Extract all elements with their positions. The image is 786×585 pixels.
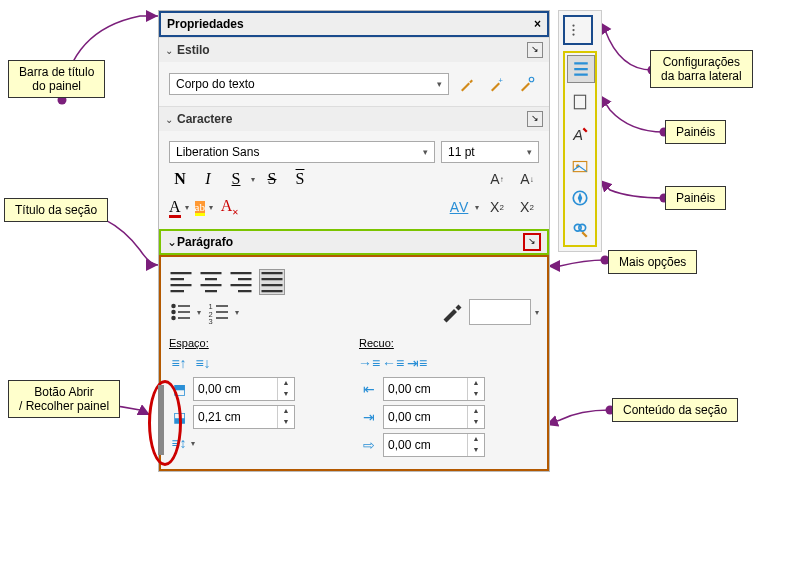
spin-down[interactable]: ▼	[278, 389, 294, 400]
overline-button[interactable]: S	[289, 170, 311, 188]
indent-col: Recuo: →≡ ←≡ ⇥≡ ⇤ ▲▼ ⇥	[359, 337, 539, 461]
callout-sidebar-cfg: Configurações da barra lateral	[650, 50, 753, 88]
more-options-style[interactable]: ↘	[527, 42, 543, 58]
collapse-handle[interactable]	[158, 385, 164, 455]
space-above-input[interactable]	[194, 378, 277, 400]
close-icon[interactable]: ×	[534, 17, 541, 31]
svg-point-11	[572, 33, 574, 35]
indent-left-spinner[interactable]: ▲▼	[383, 377, 485, 401]
align-right-icon[interactable]	[229, 270, 253, 294]
section-header-style[interactable]: ⌄ Estilo ↘	[159, 37, 549, 62]
superscript-button[interactable]: X2	[485, 195, 509, 219]
new-style-icon[interactable]: +	[485, 72, 509, 96]
chevron-down-icon[interactable]: ▾	[251, 175, 255, 184]
shrink-font-icon[interactable]: A↓	[515, 167, 539, 191]
char-spacing-button[interactable]: AV	[447, 195, 471, 219]
callout-panels1: Painéis	[665, 120, 726, 144]
clear-format-button[interactable]: A✕	[219, 197, 241, 217]
chevron-down-icon[interactable]: ▾	[191, 439, 195, 448]
sidebar-settings-icon[interactable]	[563, 15, 593, 45]
inspector-tab-icon[interactable]	[567, 217, 593, 243]
spin-up[interactable]: ▲	[468, 434, 484, 445]
bold-button[interactable]: N	[169, 170, 191, 188]
indent-first-input[interactable]	[384, 434, 467, 456]
properties-panel: Propriedades × ⌄ Estilo ↘ Corpo do texto…	[158, 10, 550, 472]
callout-more: Mais opções	[608, 250, 697, 274]
space-below-spinner[interactable]: ▲▼	[193, 405, 295, 429]
hanging-indent-icon[interactable]: ⇥≡	[407, 353, 427, 373]
chevron-down-icon[interactable]: ▾	[235, 308, 239, 317]
chevron-down-icon[interactable]: ▾	[209, 203, 213, 212]
sidebar-panels-group: A	[563, 51, 597, 247]
spin-up[interactable]: ▲	[278, 406, 294, 417]
grow-font-icon[interactable]: A↑	[485, 167, 509, 191]
number-list-icon[interactable]: 123	[207, 300, 231, 324]
navigator-tab-icon[interactable]	[567, 185, 593, 211]
underline-button[interactable]: S	[225, 170, 247, 188]
chevron-down-icon: ⌄	[165, 45, 173, 56]
section-title-para: Parágrafo	[177, 235, 233, 249]
spin-up[interactable]: ▲	[278, 378, 294, 389]
subscript-button[interactable]: X2	[515, 195, 539, 219]
indent-first-spinner[interactable]: ▲▼	[383, 433, 485, 457]
indent-right-spinner[interactable]: ▲▼	[383, 405, 485, 429]
char-body: Liberation Sans ▾ 11 pt ▾ N I S ▾ S S A↑…	[159, 131, 549, 229]
indent-right-input[interactable]	[384, 406, 467, 428]
styles-tab-icon[interactable]: A	[567, 121, 593, 147]
font-size-combo[interactable]: 11 pt ▾	[441, 141, 539, 163]
spin-down[interactable]: ▼	[468, 417, 484, 428]
properties-tab-icon[interactable]	[567, 55, 595, 83]
sidebar-tab-bar: A	[558, 10, 602, 252]
align-center-icon[interactable]	[199, 270, 223, 294]
space-below-icon: ⬓	[169, 407, 189, 427]
indent-first-icon: ⇨	[359, 435, 379, 455]
align-justify-icon[interactable]	[259, 269, 285, 295]
format-paintbrush-icon[interactable]	[439, 300, 463, 324]
section-header-char[interactable]: ⌄ Caractere ↘	[159, 106, 549, 131]
chevron-down-icon[interactable]: ▾	[185, 203, 189, 212]
font-name-combo[interactable]: Liberation Sans ▾	[169, 141, 435, 163]
align-left-icon[interactable]	[169, 270, 193, 294]
gallery-tab-icon[interactable]	[567, 153, 593, 179]
more-options-char[interactable]: ↘	[527, 111, 543, 127]
section-header-para[interactable]: ⌄ Parágrafo ↘	[159, 229, 549, 255]
space-below-input[interactable]	[194, 406, 277, 428]
svg-text:+: +	[499, 76, 504, 85]
more-options-para[interactable]: ↘	[523, 233, 541, 251]
increase-spacing-icon[interactable]: ≡↑	[169, 353, 189, 373]
spin-down[interactable]: ▼	[468, 389, 484, 400]
chevron-down-icon[interactable]: ▾	[535, 308, 539, 317]
highlight-button[interactable]: ab	[195, 200, 205, 214]
update-style-icon[interactable]	[515, 72, 539, 96]
section-title-style: Estilo	[177, 43, 210, 57]
line-spacing-icon[interactable]: ≡↕	[169, 433, 189, 453]
spin-down[interactable]: ▼	[278, 417, 294, 428]
chevron-down-icon[interactable]: ▾	[197, 308, 201, 317]
strike-button[interactable]: S	[261, 170, 283, 188]
svg-text:A: A	[572, 127, 583, 143]
italic-button[interactable]: I	[197, 170, 219, 188]
spin-up[interactable]: ▲	[468, 378, 484, 389]
spin-down[interactable]: ▼	[468, 445, 484, 456]
bullet-list-icon[interactable]	[169, 300, 193, 324]
decrease-indent-icon[interactable]: ←≡	[383, 353, 403, 373]
decrease-spacing-icon[interactable]: ≡↓	[193, 353, 213, 373]
font-color-button[interactable]: A	[169, 198, 181, 216]
chevron-down-icon[interactable]: ▾	[475, 203, 479, 212]
increase-indent-icon[interactable]: →≡	[359, 353, 379, 373]
callout-panels2: Painéis	[665, 186, 726, 210]
para-body: ▾ 123 ▾ ▾ Espaço: ≡↑ ≡↓ ⬒	[159, 255, 549, 471]
spin-up[interactable]: ▲	[468, 406, 484, 417]
callout-content: Conteúdo da seção	[612, 398, 738, 422]
indent-left-icon: ⇤	[359, 379, 379, 399]
style-body: Corpo do texto ▾ +	[159, 62, 549, 106]
svg-point-5	[171, 316, 176, 321]
panel-title: Propriedades	[167, 17, 244, 31]
chevron-down-icon: ▾	[527, 147, 532, 157]
space-above-spinner[interactable]: ▲▼	[193, 377, 295, 401]
paragraph-style-combo[interactable]: Corpo do texto ▾	[169, 73, 449, 95]
bg-color-button[interactable]	[469, 299, 531, 325]
page-tab-icon[interactable]	[567, 89, 593, 115]
brush-icon[interactable]	[455, 72, 479, 96]
indent-left-input[interactable]	[384, 378, 467, 400]
